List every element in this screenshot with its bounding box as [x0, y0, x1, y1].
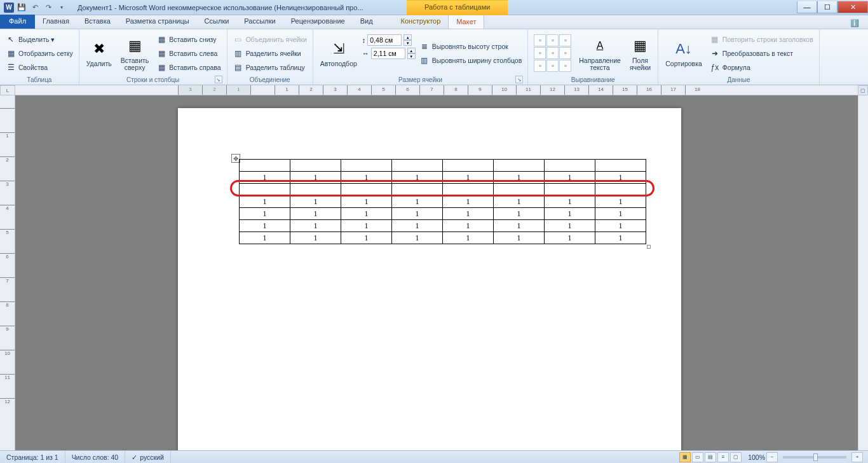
text-direction-button[interactable]: AНаправление текста: [575, 31, 625, 76]
autofit-button[interactable]: ⇲Автоподбор: [316, 31, 361, 76]
width-spinner[interactable]: ▲▼: [407, 48, 416, 59]
table-cell[interactable]: 1: [494, 220, 545, 232]
table-cell[interactable]: [494, 184, 545, 196]
table-cell[interactable]: 1: [545, 220, 595, 232]
table-cell[interactable]: 1: [341, 208, 392, 220]
table-cell[interactable]: [240, 184, 290, 196]
table-cell[interactable]: 1: [545, 232, 595, 244]
table-cell[interactable]: [392, 184, 443, 196]
align-tl[interactable]: ≡: [534, 34, 546, 46]
tab-mailings[interactable]: Рассылки: [236, 15, 283, 29]
table-cell[interactable]: 1: [290, 172, 341, 184]
ruler-corner[interactable]: L: [0, 85, 15, 95]
tab-insert[interactable]: Вставка: [77, 15, 118, 29]
merge-cells-button[interactable]: ▭Объединить ячейки: [231, 32, 309, 46]
table-cell[interactable]: [392, 160, 443, 172]
cell-margins-button[interactable]: ▦Поля ячейки: [626, 31, 654, 76]
tab-page-layout[interactable]: Разметка страницы: [118, 15, 197, 29]
maximize-button[interactable]: ☐: [817, 1, 837, 13]
table-cell[interactable]: 1: [341, 232, 392, 244]
view-draft[interactable]: ▢: [730, 452, 742, 462]
distribute-cols-button[interactable]: ▥Выровнять ширину столбцов: [417, 53, 524, 67]
table-cell[interactable]: 1: [240, 196, 290, 208]
align-bc[interactable]: ≡: [546, 60, 559, 72]
table-cell[interactable]: 1: [290, 196, 341, 208]
redo-icon[interactable]: ↷: [43, 2, 54, 13]
table-resize-handle[interactable]: [647, 245, 651, 249]
close-button[interactable]: ✕: [837, 1, 868, 13]
select-button[interactable]: ↖Выделить ▾: [3, 32, 76, 46]
tab-home[interactable]: Главная: [35, 15, 77, 29]
table-cell[interactable]: [595, 184, 646, 196]
table-cell[interactable]: 1: [240, 220, 290, 232]
status-language[interactable]: ✓русский: [125, 451, 171, 463]
table-cell[interactable]: 1: [240, 232, 290, 244]
help-icon[interactable]: ℹ️: [846, 18, 863, 29]
horizontal-ruler[interactable]: 321123456789101112131415161718: [15, 85, 858, 95]
word-icon[interactable]: W: [4, 3, 14, 13]
insert-right-button[interactable]: ▦Вставить справа: [154, 60, 223, 74]
size-dialog-launcher[interactable]: ↘: [515, 76, 523, 83]
view-gridlines-button[interactable]: ▦Отобразить сетку: [3, 46, 76, 60]
table-row[interactable]: 11111111: [240, 208, 646, 220]
table-cell[interactable]: [341, 160, 392, 172]
tab-review[interactable]: Рецензирование: [283, 15, 353, 29]
table-cell[interactable]: 1: [290, 220, 341, 232]
tab-view[interactable]: Вид: [353, 15, 381, 29]
table-cell[interactable]: [494, 160, 545, 172]
properties-button[interactable]: ☰Свойства: [3, 60, 76, 74]
save-icon[interactable]: 💾: [16, 2, 27, 13]
table-cell[interactable]: 1: [341, 196, 392, 208]
table-row[interactable]: [240, 160, 646, 172]
table-cell[interactable]: 1: [595, 196, 646, 208]
table-cell[interactable]: 1: [392, 232, 443, 244]
undo-icon[interactable]: ↶: [29, 2, 41, 13]
convert-text-button[interactable]: ➜Преобразовать в текст: [707, 46, 816, 60]
delete-button[interactable]: ✖Удалить: [83, 31, 116, 76]
table-cell[interactable]: 1: [545, 196, 595, 208]
table-cell[interactable]: [341, 184, 392, 196]
align-br[interactable]: ≡: [559, 60, 571, 72]
table-row[interactable]: [240, 184, 646, 196]
tab-references[interactable]: Ссылки: [197, 15, 237, 29]
rows-dialog-launcher[interactable]: ↘: [215, 76, 222, 83]
status-word-count[interactable]: Число слов: 40: [65, 451, 126, 463]
table-cell[interactable]: 1: [290, 232, 341, 244]
table-cell[interactable]: [443, 160, 494, 172]
document-table[interactable]: 1111111111111111111111111111111111111111: [239, 159, 646, 244]
minimize-button[interactable]: —: [797, 1, 817, 13]
table-cell[interactable]: [443, 184, 494, 196]
tab-table-design[interactable]: Конструктор: [393, 15, 449, 29]
table-cell[interactable]: 1: [494, 232, 545, 244]
document-area[interactable]: ✥ 11111111111111111111111111111111111111…: [15, 95, 858, 450]
zoom-level[interactable]: 100%: [748, 453, 765, 461]
repeat-header-button[interactable]: ▦Повторить строки заголовков: [707, 32, 816, 46]
file-tab[interactable]: Файл: [0, 15, 35, 29]
table-cell[interactable]: 1: [595, 172, 646, 184]
status-page[interactable]: Страница: 1 из 1: [0, 451, 65, 463]
align-bl[interactable]: ≡: [534, 60, 546, 72]
view-full-screen[interactable]: ▭: [692, 452, 703, 462]
table-cell[interactable]: 1: [545, 172, 595, 184]
split-table-button[interactable]: ▤Разделить таблицу: [231, 60, 309, 74]
table-cell[interactable]: 1: [290, 208, 341, 220]
align-tr[interactable]: ≡: [559, 34, 571, 46]
table-cell[interactable]: 1: [545, 208, 595, 220]
table-row[interactable]: 11111111: [240, 196, 646, 208]
col-width-input[interactable]: [371, 48, 405, 59]
align-mr[interactable]: ≡: [559, 47, 571, 59]
align-ml[interactable]: ≡: [534, 47, 546, 59]
table-cell[interactable]: 1: [443, 208, 494, 220]
table-cell[interactable]: 1: [392, 196, 443, 208]
table-cell[interactable]: 1: [494, 172, 545, 184]
table-cell[interactable]: 1: [494, 196, 545, 208]
table-cell[interactable]: [545, 184, 595, 196]
table-cell[interactable]: 1: [595, 232, 646, 244]
table-cell[interactable]: 1: [494, 208, 545, 220]
table-cell[interactable]: 1: [443, 232, 494, 244]
table-cell[interactable]: [595, 160, 646, 172]
table-cell[interactable]: [240, 160, 290, 172]
view-web[interactable]: ▤: [705, 452, 716, 462]
table-cell[interactable]: 1: [341, 172, 392, 184]
table-cell[interactable]: 1: [443, 196, 494, 208]
